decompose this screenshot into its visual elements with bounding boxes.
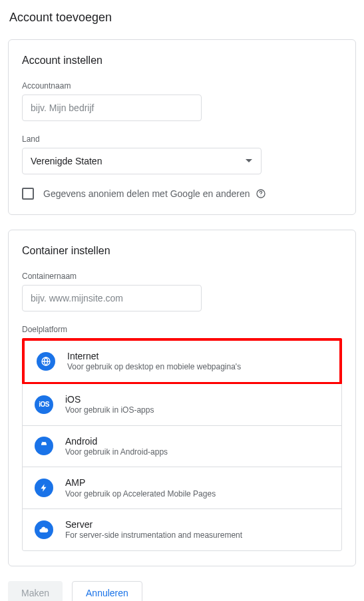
share-data-checkbox[interactable]: [22, 188, 34, 200]
account-name-input[interactable]: [22, 95, 202, 121]
cancel-button[interactable]: Annuleren: [72, 581, 142, 601]
country-label: Land: [22, 134, 342, 144]
container-name-label: Containernaam: [22, 272, 342, 281]
account-name-label: Accountnaam: [22, 81, 342, 91]
platform-desc: For server-side instrumentation and meas…: [65, 530, 242, 541]
account-name-field: Accountnaam: [22, 81, 342, 121]
container-name-input[interactable]: [22, 285, 202, 311]
platform-option-ios[interactable]: iOS iOS Voor gebruik in iOS-apps: [23, 384, 341, 426]
bolt-icon: [35, 479, 53, 497]
platform-desc: Voor gebruik op Accelerated Mobile Pages: [65, 489, 216, 500]
country-select-value: Verenigde Staten: [31, 156, 102, 166]
platform-option-internet[interactable]: Internet Voor gebruik op desktop en mobi…: [25, 341, 339, 382]
account-setup-card: Account instellen Accountnaam Land Veren…: [8, 39, 356, 215]
help-icon[interactable]: [256, 188, 266, 199]
container-section-title: Container instellen: [22, 245, 342, 257]
globe-icon: [37, 352, 55, 371]
container-setup-card: Container instellen Containernaam Doelpl…: [8, 230, 356, 566]
platform-highlight: Internet Voor gebruik op desktop en mobi…: [22, 338, 342, 385]
platform-desc: Voor gebruik in Android-apps: [65, 447, 168, 458]
cloud-icon: [35, 520, 53, 539]
share-data-label: Gegevens anoniem delen met Google en and…: [43, 188, 250, 199]
platform-desc: Voor gebruik op desktop en mobiele webpa…: [67, 362, 241, 373]
platform-list: iOS iOS Voor gebruik in iOS-apps Android…: [22, 384, 342, 551]
svg-point-1: [260, 196, 261, 196]
platform-label: Doelplatform: [22, 325, 342, 334]
ios-icon: iOS: [35, 395, 53, 414]
platform-title: Server: [65, 518, 242, 530]
country-field: Land Verenigde Staten: [22, 134, 342, 174]
country-select[interactable]: Verenigde Staten: [22, 148, 262, 174]
platform-option-android[interactable]: Android Voor gebruik in Android-apps: [23, 426, 341, 468]
platform-title: Internet: [67, 350, 241, 362]
platform-option-server[interactable]: Server For server-side instrumentation a…: [23, 509, 341, 550]
platform-desc: Voor gebruik in iOS-apps: [65, 405, 154, 416]
platform-title: Android: [65, 435, 168, 447]
create-button[interactable]: Maken: [8, 581, 63, 601]
android-icon: [35, 437, 53, 455]
platform-title: AMP: [65, 477, 216, 489]
page-title: Account toevoegen: [9, 11, 356, 25]
account-section-title: Account instellen: [22, 55, 342, 67]
footer-buttons: Maken Annuleren: [8, 581, 356, 601]
platform-title: iOS: [65, 393, 154, 405]
share-data-row: Gegevens anoniem delen met Google en and…: [22, 188, 342, 200]
share-data-label-wrap: Gegevens anoniem delen met Google en and…: [43, 188, 266, 199]
container-name-field: Containernaam: [22, 272, 342, 311]
platform-option-amp[interactable]: AMP Voor gebruik op Accelerated Mobile P…: [23, 467, 341, 509]
